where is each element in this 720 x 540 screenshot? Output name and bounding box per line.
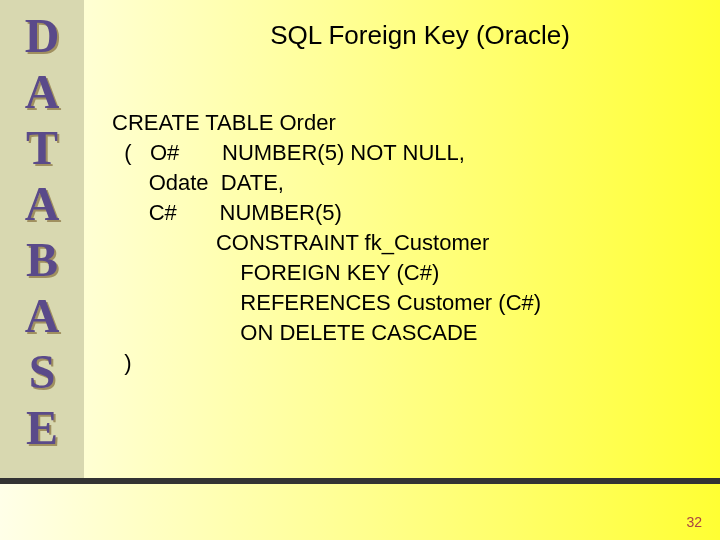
sidebar-letter: T: [26, 120, 58, 176]
sidebar-letter: D: [25, 8, 60, 64]
page-number: 32: [686, 514, 702, 530]
slide: D A T A B A S E SQL Foreign Key (Oracle)…: [0, 0, 720, 540]
code-line: ): [112, 350, 132, 375]
code-line: C# NUMBER(5): [112, 200, 342, 225]
code-line: CONSTRAINT fk_Customer: [112, 230, 489, 255]
sidebar-letter: A: [25, 288, 60, 344]
code-line: FOREIGN KEY (C#): [112, 260, 439, 285]
sidebar-letter: A: [25, 176, 60, 232]
slide-title: SQL Foreign Key (Oracle): [160, 20, 680, 51]
sidebar-letter: A: [25, 64, 60, 120]
sidebar-letter: E: [26, 400, 58, 456]
code-line: Odate DATE,: [112, 170, 284, 195]
divider-line: [0, 478, 720, 484]
code-line: ON DELETE CASCADE: [112, 320, 478, 345]
code-line: ( O# NUMBER(5) NOT NULL,: [112, 140, 465, 165]
code-line: CREATE TABLE Order: [112, 110, 336, 135]
sql-code-block: CREATE TABLE Order ( O# NUMBER(5) NOT NU…: [112, 108, 541, 378]
code-line: REFERENCES Customer (C#): [112, 290, 541, 315]
sidebar-database-letters: D A T A B A S E: [0, 0, 84, 478]
sidebar-letter: S: [29, 344, 56, 400]
sidebar-letter: B: [26, 232, 58, 288]
